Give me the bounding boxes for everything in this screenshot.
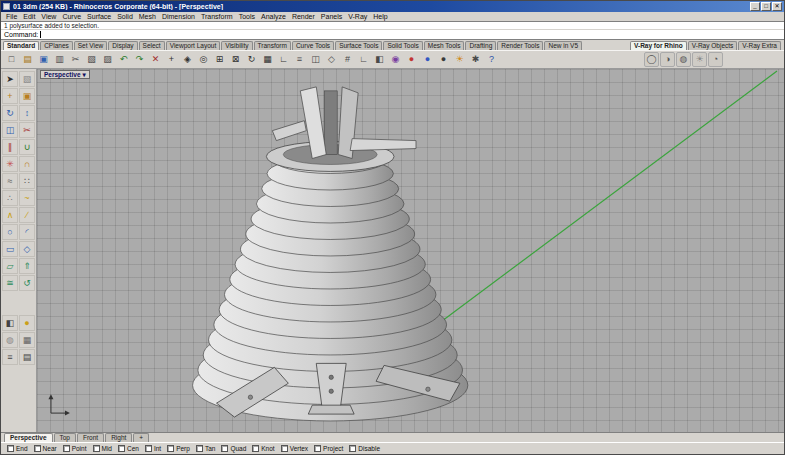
fillet-tool-icon[interactable]: ∩ — [19, 156, 35, 172]
new-file-icon[interactable]: □ — [4, 52, 19, 67]
points-on-tool-icon[interactable]: ∴ — [2, 190, 18, 206]
scale-tool-icon[interactable]: ↕ — [19, 105, 35, 121]
selection-brush-icon[interactable]: ▧ — [19, 71, 35, 87]
cut-icon[interactable]: ✂ — [68, 52, 83, 67]
toolbar-tab[interactable]: Solid Tools — [383, 41, 422, 50]
osnap-toggle[interactable]: End — [7, 445, 28, 452]
sun-icon[interactable]: ☀ — [452, 52, 467, 67]
vray-lights-icon[interactable]: ◍ — [676, 52, 691, 67]
zoom-extents-icon[interactable]: ⊠ — [228, 52, 243, 67]
grid-snap-icon[interactable]: # — [340, 52, 355, 67]
menu-item[interactable]: Transform — [198, 12, 236, 21]
vray-sun-icon[interactable]: ☀ — [692, 52, 707, 67]
undo-icon[interactable]: ↶ — [116, 52, 131, 67]
checkbox-icon[interactable] — [281, 445, 288, 452]
toolbar-tab[interactable]: Curve Tools — [292, 41, 334, 50]
vray-settings-icon[interactable]: ◔ — [708, 52, 723, 67]
rendered-view-icon[interactable]: ● — [19, 315, 35, 331]
viewport-tab[interactable]: + — [133, 433, 149, 442]
osnap-toggle[interactable]: Quad — [221, 445, 246, 452]
osnap-toggle[interactable]: Knot — [252, 445, 274, 452]
copy-icon[interactable]: ▧ — [84, 52, 99, 67]
paste-icon[interactable]: ▨ — [100, 52, 115, 67]
viewport-canvas[interactable] — [37, 69, 784, 432]
arc-tool-icon[interactable]: ◜ — [19, 224, 35, 240]
layer-panel-icon[interactable]: ≡ — [2, 349, 18, 365]
viewport-tab[interactable]: Perspective — [4, 433, 53, 442]
toolbar-tab[interactable]: Set View — [74, 41, 108, 50]
toolbar-tab[interactable]: Viewport Layout — [166, 41, 221, 50]
rectangle-tool-icon[interactable]: ▭ — [2, 241, 18, 257]
checkbox-icon[interactable] — [93, 445, 100, 452]
move-icon[interactable]: + — [164, 52, 179, 67]
shade-icon[interactable]: ◧ — [372, 52, 387, 67]
osnap-toggle[interactable]: Mid — [93, 445, 112, 452]
viewport-title[interactable]: Perspective ▾ — [40, 70, 90, 79]
osnap-toggle[interactable]: Tan — [196, 445, 215, 452]
notes-panel-icon[interactable]: ▤ — [19, 349, 35, 365]
perspective-viewport[interactable]: Perspective ▾ — [37, 69, 784, 432]
viewport-tab[interactable]: Front — [77, 433, 104, 442]
menu-item[interactable]: Curve — [59, 12, 84, 21]
osnap-toggle[interactable]: Near — [34, 445, 57, 452]
move-tool-icon[interactable]: + — [2, 88, 18, 104]
print-icon[interactable]: ▥ — [52, 52, 67, 67]
osnap-toggle[interactable]: Perp — [167, 445, 190, 452]
loft-tool-icon[interactable]: ≅ — [2, 275, 18, 291]
checkbox-icon[interactable] — [34, 445, 41, 452]
minimize-button[interactable]: _ — [750, 2, 760, 11]
render-icon[interactable]: ◉ — [388, 52, 403, 67]
close-button[interactable]: ✕ — [772, 2, 782, 11]
checkbox-icon[interactable] — [196, 445, 203, 452]
checkbox-icon[interactable] — [252, 445, 259, 452]
cplane-icon[interactable]: ∟ — [276, 52, 291, 67]
material-blue-icon[interactable]: ● — [420, 52, 435, 67]
mirror-tool-icon[interactable]: ◫ — [2, 122, 18, 138]
explode-tool-icon[interactable]: ✳ — [2, 156, 18, 172]
copy-tool-icon[interactable]: ▣ — [19, 88, 35, 104]
circle-tool-icon[interactable]: ○ — [2, 224, 18, 240]
zoom-window-icon[interactable]: ⊞ — [212, 52, 227, 67]
osnap-toggle[interactable]: Point — [63, 445, 87, 452]
help-icon[interactable]: ? — [484, 52, 499, 67]
osnap-toggle[interactable]: Cen — [118, 445, 139, 452]
menu-item[interactable]: Panels — [318, 12, 345, 21]
material-dark-icon[interactable]: ● — [436, 52, 451, 67]
ortho-icon[interactable]: ∟ — [356, 52, 371, 67]
vray-render-icon[interactable]: ◯ — [644, 52, 659, 67]
layers-icon[interactable]: ≡ — [292, 52, 307, 67]
rotate-tool-icon[interactable]: ↻ — [2, 105, 18, 121]
zoom-icon[interactable]: ◎ — [196, 52, 211, 67]
split-tool-icon[interactable]: ∥ — [2, 139, 18, 155]
named-views-icon[interactable]: ▦ — [260, 52, 275, 67]
array-tool-icon[interactable]: ∷ — [19, 173, 35, 189]
join-tool-icon[interactable]: ∪ — [19, 139, 35, 155]
checkbox-icon[interactable] — [221, 445, 228, 452]
checkbox-icon[interactable] — [7, 445, 14, 452]
pan-icon[interactable]: ◈ — [180, 52, 195, 67]
checkbox-icon[interactable] — [314, 445, 321, 452]
menu-item[interactable]: Dimension — [159, 12, 198, 21]
toolbar-tab[interactable]: Select — [139, 41, 165, 50]
wireframe-view-icon[interactable]: ▦ — [19, 332, 35, 348]
vray-tab[interactable]: V-Ray for Rhino — [630, 41, 687, 50]
viewport-tab[interactable]: Top — [54, 433, 76, 442]
polygon-tool-icon[interactable]: ◇ — [19, 241, 35, 257]
menu-item[interactable]: Edit — [20, 12, 38, 21]
menu-item[interactable]: File — [3, 12, 20, 21]
checkbox-icon[interactable] — [167, 445, 174, 452]
ghosted-view-icon[interactable]: ◍ — [2, 332, 18, 348]
toolbar-tab[interactable]: Mesh Tools — [424, 41, 465, 50]
line-tool-icon[interactable]: ∕ — [19, 207, 35, 223]
save-file-icon[interactable]: ▣ — [36, 52, 51, 67]
trim-tool-icon[interactable]: ✂ — [19, 122, 35, 138]
osnap-icon[interactable]: ◇ — [324, 52, 339, 67]
menu-item[interactable]: View — [38, 12, 59, 21]
revolve-tool-icon[interactable]: ↺ — [19, 275, 35, 291]
toolbar-tab[interactable]: New in V5 — [544, 41, 582, 50]
properties-icon[interactable]: ◫ — [308, 52, 323, 67]
menu-item[interactable]: Tools — [236, 12, 258, 21]
toolbar-tab[interactable]: Visibility — [221, 41, 252, 50]
curve-tool-icon[interactable]: ~ — [19, 190, 35, 206]
toolbar-tab[interactable]: Transform — [254, 41, 291, 50]
